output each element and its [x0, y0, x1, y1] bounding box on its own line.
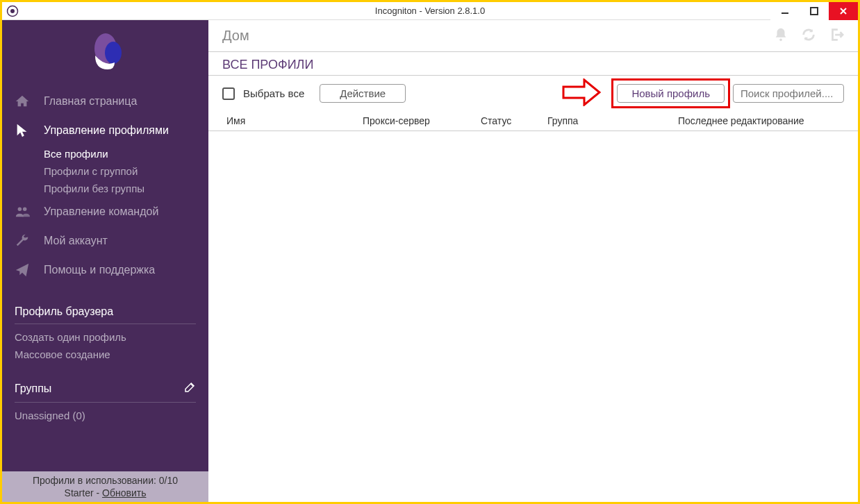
subnav-profiles-with-group[interactable]: Профили с группой: [44, 162, 208, 180]
titlebar: Incogniton - Version 2.8.1.0: [2, 2, 858, 20]
sidebar-item-team-management[interactable]: Управление командой: [2, 197, 208, 226]
cursor-icon: [15, 123, 30, 138]
home-icon: [15, 94, 30, 109]
upgrade-link[interactable]: Обновить: [102, 487, 146, 498]
group-unassigned[interactable]: Unassigned (0): [2, 407, 208, 424]
sidebar-item-support[interactable]: Помощь и поддержка: [2, 255, 208, 285]
sidebar-item-label: Управление командой: [44, 205, 158, 218]
svg-rect-3: [811, 8, 818, 15]
profiles-in-use-label: Профили в использовании:: [33, 475, 159, 486]
section-title: Группы: [15, 383, 51, 395]
section-header-groups: Группы: [2, 374, 208, 401]
new-profile-button[interactable]: Новый профиль: [617, 84, 725, 103]
sidebar-item-profile-management[interactable]: Управление профилями: [2, 116, 208, 145]
create-single-profile[interactable]: Создать один профиль: [2, 328, 208, 346]
breadcrumb: Дом: [222, 28, 249, 44]
logo: [2, 20, 208, 87]
window-title: Incogniton - Version 2.8.1.0: [2, 6, 858, 16]
sidebar: Главная страница Управление профилями Вс…: [2, 20, 208, 502]
sidebar-item-account[interactable]: Мой аккаунт: [2, 226, 208, 255]
sidebar-subnav-profiles: Все профили Профили с группой Профили бе…: [2, 145, 208, 197]
col-header-proxy[interactable]: Прокси-сервер: [363, 115, 481, 126]
col-header-group[interactable]: Группа: [547, 115, 678, 126]
refresh-icon[interactable]: [801, 27, 816, 45]
app-window: Incogniton - Version 2.8.1.0: [2, 2, 858, 502]
header-actions: [773, 27, 844, 45]
select-all-label: Выбрать все: [243, 87, 304, 99]
col-header-status[interactable]: Статус: [481, 115, 547, 126]
divider: [15, 324, 196, 324]
sidebar-footer: Профили в использовании: 0/10 Starter - …: [2, 471, 208, 502]
sidebar-nav: Главная страница Управление профилями Вс…: [2, 87, 208, 471]
sidebar-item-label: Управление профилями: [44, 124, 169, 137]
col-header-edited[interactable]: Последнее редактирование: [678, 115, 844, 126]
select-all-checkbox[interactable]: [222, 87, 235, 100]
sidebar-item-label: Помощь и поддержка: [44, 264, 155, 276]
sidebar-item-label: Мой аккаунт: [44, 235, 108, 247]
svg-point-1: [10, 9, 15, 13]
subnav-all-profiles[interactable]: Все профили: [44, 145, 208, 162]
action-button[interactable]: Действие: [320, 84, 406, 103]
section-title: Профиль браузера: [15, 305, 113, 318]
maximize-button[interactable]: [800, 2, 829, 20]
close-button[interactable]: [829, 2, 858, 20]
app-body: Главная страница Управление профилями Вс…: [2, 20, 858, 502]
bulk-create[interactable]: Массовое создание: [2, 346, 208, 363]
col-header-name[interactable]: Имя: [226, 115, 363, 126]
svg-rect-2: [782, 12, 788, 14]
section-title: ВСЕ ПРОФИЛИ: [222, 58, 844, 72]
subnav-profiles-without-group[interactable]: Профили без группы: [44, 180, 208, 197]
main-panel: Дом ВСЕ ПРОФИЛИ Выбрать: [208, 20, 858, 502]
bell-icon[interactable]: [773, 27, 788, 45]
app-icon: [6, 5, 19, 17]
minimize-button[interactable]: [770, 2, 800, 20]
wrench-icon: [15, 233, 30, 249]
team-icon: [15, 204, 30, 219]
window-controls: [770, 2, 858, 20]
svg-point-5: [105, 42, 122, 64]
edit-groups-icon[interactable]: [183, 381, 196, 396]
svg-point-6: [18, 208, 22, 212]
breadcrumb-row: Дом: [208, 20, 858, 52]
logout-icon[interactable]: [829, 27, 844, 45]
svg-point-8: [779, 38, 782, 41]
profiles-in-use-count: 0/10: [159, 475, 178, 486]
plan-label: Starter -: [65, 487, 102, 498]
annotation-arrow-icon: [562, 78, 601, 106]
sidebar-item-label: Главная страница: [44, 95, 137, 108]
section-title-row: ВСЕ ПРОФИЛИ: [208, 52, 858, 76]
search-input[interactable]: [733, 84, 844, 103]
divider: [15, 402, 196, 403]
sidebar-item-home[interactable]: Главная страница: [2, 87, 208, 116]
paper-plane-icon: [15, 262, 30, 278]
toolbar: Выбрать все Действие Новый профиль: [208, 76, 858, 111]
table-header: Имя Прокси-сервер Статус Группа Последне…: [208, 111, 858, 131]
svg-point-7: [23, 208, 26, 212]
section-header-browser-profile: Профиль браузера: [2, 299, 208, 322]
